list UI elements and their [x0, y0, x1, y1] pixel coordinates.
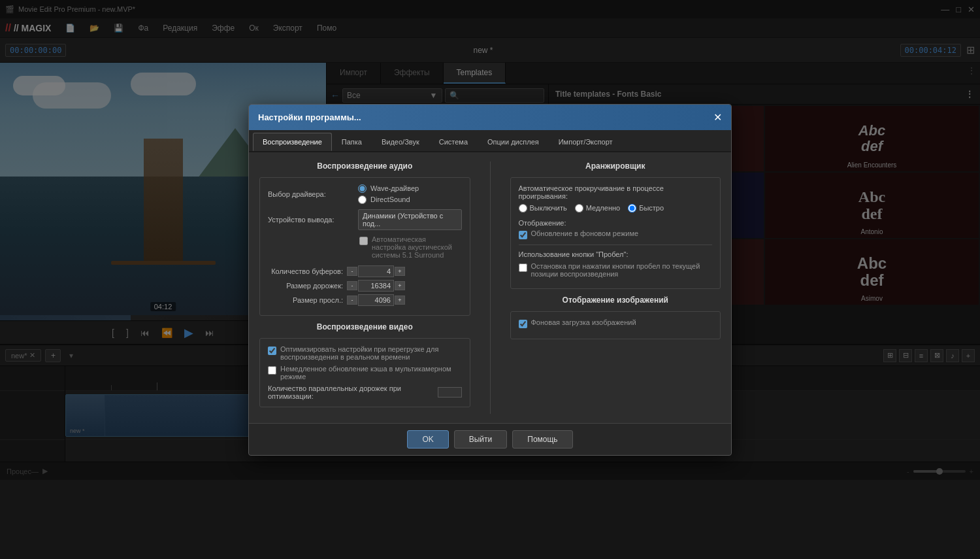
scroll-radio-group: Выключить Медленно Быстро: [519, 204, 713, 212]
dialog-tabs: Воспроизведение Папка Видео/Звук Система…: [249, 130, 731, 152]
auto-scroll-label: Автоматическое прокручивание в процессе …: [519, 184, 713, 200]
image-bg-load-label: Фоновая загрузка изображений: [531, 318, 636, 326]
audio-buffer-section: Количество буферов: - + Размер дорожек: …: [268, 265, 462, 306]
output-device-label: Устройство вывода:: [268, 216, 353, 224]
buffer-count-plus[interactable]: +: [395, 267, 405, 276]
dialog-arranger-section: Аранжировщик Автоматическое прокручивани…: [510, 161, 721, 414]
track-size-input[interactable]: [358, 280, 394, 292]
video-opt1-label: Оптимизировать настройки при перегрузке …: [280, 345, 462, 361]
buffer-count-input[interactable]: [358, 265, 394, 277]
auto-acoustic-checkbox[interactable]: [359, 237, 368, 245]
driver-direct-option[interactable]: DirectSound: [358, 195, 419, 204]
track-size-minus[interactable]: -: [347, 281, 357, 290]
preview-size-label: Размер просл.:: [268, 296, 343, 304]
video-opt2-checkbox[interactable]: [268, 366, 276, 375]
track-size-input-group: - +: [347, 280, 405, 292]
scroll-fast-option[interactable]: Быстро: [628, 204, 664, 212]
buffer-count-row: Количество буферов: - +: [268, 265, 462, 277]
video-opt2-label: Немедленное обновление кэша в мультикаме…: [280, 365, 462, 381]
spacebar-label: Использование кнопки "Пробел":: [519, 250, 713, 258]
dialog-title: Настройки программы...: [258, 112, 361, 122]
dialog-tab-importexport[interactable]: Импорт/Экспорт: [549, 133, 623, 151]
output-device-select[interactable]: Динамики (Устройство с под...: [358, 209, 462, 230]
parallel-input[interactable]: [438, 387, 462, 398]
preview-size-input[interactable]: [358, 294, 394, 306]
settings-dialog: Настройки программы... ✕ Воспроизведение…: [248, 104, 732, 456]
driver-wave-radio[interactable]: [358, 184, 367, 193]
dialog-tab-playback[interactable]: Воспроизведение: [253, 133, 332, 151]
output-device-group: Динамики (Устройство с под...: [358, 209, 462, 230]
dialog-divider: [490, 161, 491, 414]
bg-update-checkbox[interactable]: [519, 231, 527, 239]
arranger-section-block: Автоматическое прокручивание в процессе …: [510, 177, 721, 289]
audio-section-block: Выбор драйвера: Wave-драйвер DirectSound: [259, 177, 470, 316]
buffer-count-input-group: - +: [347, 265, 405, 277]
parallel-label: Количество параллельных дорожек при опти…: [268, 384, 433, 400]
output-device-row: Устройство вывода: Динамики (Устройство …: [268, 209, 462, 230]
image-bg-load-checkbox[interactable]: [519, 320, 527, 328]
dialog-ok-button[interactable]: OK: [407, 430, 448, 449]
track-size-row: Размер дорожек: - +: [268, 280, 462, 292]
preview-size-input-group: - +: [347, 294, 405, 306]
image-section-block: Фоновая загрузка изображений: [510, 311, 721, 339]
spacebar-desc: Остановка при нажатии кнопки пробел по т…: [531, 262, 713, 278]
video-opt1-checkbox[interactable]: [268, 347, 276, 355]
scroll-slow-option[interactable]: Медленно: [575, 204, 620, 212]
driver-direct-label: DirectSound: [370, 195, 410, 203]
preview-size-minus[interactable]: -: [347, 296, 357, 305]
dialog-title-bar: Настройки программы... ✕: [249, 105, 731, 130]
scroll-off-option[interactable]: Выключить: [519, 204, 567, 212]
dialog-tab-folder[interactable]: Папка: [332, 133, 372, 151]
driver-label: Выбор драйвера:: [268, 190, 353, 198]
bg-update-row: Обновление в фоновом режиме: [519, 229, 713, 239]
dialog-tab-video[interactable]: Видео/Звук: [372, 133, 429, 151]
parallel-row: Количество параллельных дорожек при опти…: [268, 384, 462, 400]
driver-radio-group: Wave-драйвер DirectSound: [358, 184, 419, 204]
dialog-help-button[interactable]: Помощь: [512, 430, 572, 449]
dialog-audio-section: Воспроизведение аудио Выбор драйвера: Wa…: [259, 161, 470, 414]
audio-section-title: Воспроизведение аудио: [259, 161, 470, 171]
driver-direct-radio[interactable]: [358, 195, 367, 204]
buffer-count-minus[interactable]: -: [347, 267, 357, 276]
dialog-overlay[interactable]: Настройки программы... ✕ Воспроизведение…: [0, 0, 980, 559]
spacebar-row: Остановка при нажатии кнопки пробел по т…: [519, 262, 713, 278]
scroll-fast-label: Быстро: [639, 204, 664, 212]
image-bg-load-row: Фоновая загрузка изображений: [519, 318, 713, 328]
driver-wave-option[interactable]: Wave-драйвер: [358, 184, 419, 193]
video-opt1-row: Оптимизировать настройки при перегрузке …: [268, 345, 462, 361]
image-section-title: Отображение изображений: [510, 296, 721, 305]
video-opt2-row: Немедленное обновление кэша в мультикаме…: [268, 365, 462, 381]
driver-wave-label: Wave-драйвер: [370, 184, 419, 192]
arranger-section-title: Аранжировщик: [510, 161, 721, 171]
scroll-off-label: Выключить: [530, 204, 567, 212]
scroll-off-radio[interactable]: [519, 204, 527, 212]
dialog-close-button[interactable]: ✕: [713, 111, 722, 124]
auto-acoustic-label: Автоматическая настройка акустической си…: [372, 235, 462, 259]
display-label: Отображение:: [519, 219, 713, 227]
preview-size-plus[interactable]: +: [395, 296, 405, 305]
scroll-fast-radio[interactable]: [628, 204, 636, 212]
track-size-plus[interactable]: +: [395, 281, 405, 290]
scroll-slow-radio[interactable]: [575, 204, 583, 212]
bg-update-label: Обновление в фоновом режиме: [531, 229, 639, 237]
track-size-label: Размер дорожек:: [268, 282, 343, 290]
auto-acoustic-row: Автоматическая настройка акустической си…: [359, 235, 462, 259]
dialog-tab-display[interactable]: Опции дисплея: [478, 133, 549, 151]
dialog-footer: OK Выйти Помощь: [249, 423, 731, 455]
scroll-slow-label: Медленно: [586, 204, 620, 212]
video-section-title: Воспроизведение видео: [259, 322, 470, 331]
dialog-tab-system[interactable]: Система: [429, 133, 478, 151]
video-section-block: Оптимизировать настройки при перегрузке …: [259, 338, 470, 407]
driver-row: Выбор драйвера: Wave-драйвер DirectSound: [268, 184, 462, 204]
buffer-count-label: Количество буферов:: [268, 267, 343, 275]
section-sep-1: [519, 245, 713, 245]
dialog-body: Воспроизведение аудио Выбор драйвера: Wa…: [249, 152, 731, 423]
preview-size-row: Размер просл.: - +: [268, 294, 462, 306]
dialog-exit-button[interactable]: Выйти: [454, 430, 508, 449]
spacebar-checkbox[interactable]: [519, 263, 527, 272]
